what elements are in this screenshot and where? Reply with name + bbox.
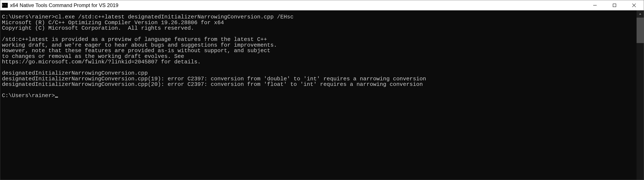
- svg-marker-4: [639, 13, 641, 15]
- error-line: designatedInitializerNarrowingConversion…: [2, 82, 635, 87]
- prompt-path: C:\Users\rainer>: [2, 92, 55, 99]
- vertical-scrollbar[interactable]: [636, 10, 644, 180]
- terminal-area: C:\Users\rainer>cl.exe /std:c++latest de…: [0, 10, 644, 180]
- svg-rect-1: [613, 4, 616, 7]
- copyright-line: Copyright (C) Microsoft Corporation. All…: [2, 25, 635, 31]
- maximize-button[interactable]: [605, 0, 624, 10]
- prompt-line: C:\Users\rainer>cl.exe /std:c++latest de…: [2, 14, 635, 20]
- preview-notice-line: to changes or removal as the working dra…: [2, 54, 635, 59]
- window-controls: [585, 0, 644, 10]
- close-button[interactable]: [624, 0, 644, 10]
- text-cursor: [55, 97, 58, 98]
- prompt-line: C:\Users\rainer>: [2, 93, 635, 99]
- prompt-path: C:\Users\rainer>: [2, 14, 55, 20]
- preview-notice-line: working draft, and we're eager to hear a…: [2, 42, 635, 48]
- blank-line: [2, 87, 635, 93]
- entered-command: cl.exe /std:c++latest designatedInitiali…: [55, 14, 294, 20]
- terminal-output[interactable]: C:\Users\rainer>cl.exe /std:c++latest de…: [0, 10, 636, 180]
- error-line: designatedInitializerNarrowingConversion…: [2, 76, 635, 82]
- preview-notice-line: /std:c++latest is provided as a preview …: [2, 37, 635, 42]
- minimize-button[interactable]: [585, 0, 605, 10]
- app-icon: C:\.: [2, 3, 8, 8]
- preview-notice-line: https://go.microsoft.com/fwlink/?linkid=…: [2, 59, 635, 65]
- titlebar[interactable]: C:\. x64 Native Tools Command Prompt for…: [0, 0, 644, 10]
- command-prompt-window: C:\. x64 Native Tools Command Prompt for…: [0, 0, 644, 180]
- blank-line: [2, 65, 635, 71]
- scroll-up-arrow-icon[interactable]: [636, 10, 644, 17]
- scroll-thumb[interactable]: [636, 17, 644, 43]
- window-title: x64 Native Tools Command Prompt for VS 2…: [10, 2, 585, 8]
- compiling-file-line: designatedInitializerNarrowingConversion…: [2, 70, 635, 76]
- preview-notice-line: However, note that these features are pr…: [2, 48, 635, 54]
- blank-line: [2, 31, 635, 37]
- compiler-banner: Microsoft (R) C/C++ Optimizing Compiler …: [2, 20, 635, 26]
